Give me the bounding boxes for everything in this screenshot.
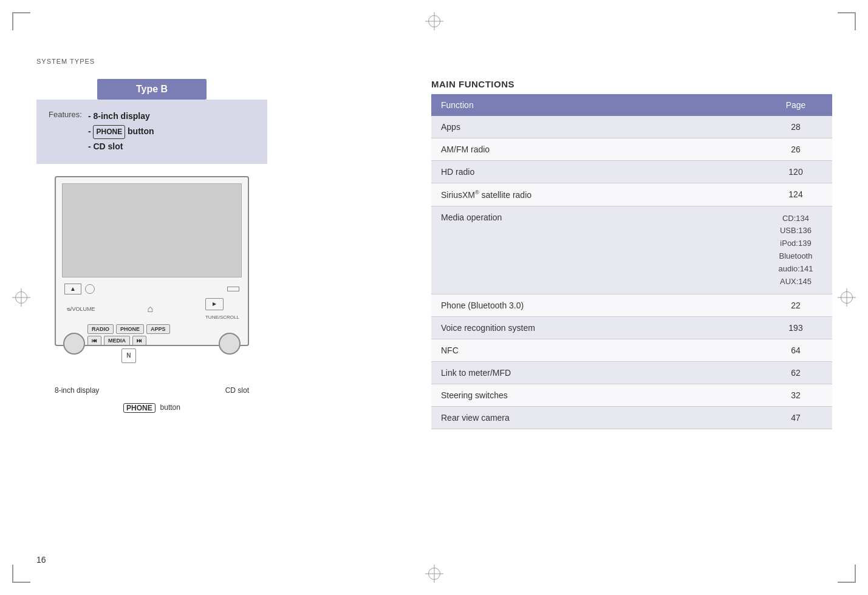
page-header: Page — [759, 94, 832, 116]
table-row: Media operationCD:134 USB:136 iPod:139 B… — [431, 206, 832, 294]
features-row: Features: - 8-inch display - PHONE butto… — [49, 109, 255, 155]
function-cell: Steering switches — [431, 384, 759, 407]
page-cell: CD:134 USB:136 iPod:139 Bluetooth audio:… — [759, 206, 832, 294]
crosshair-left — [12, 288, 30, 307]
function-cell: Phone (Bluetooth 3.0) — [431, 294, 759, 317]
table-header-row: Function Page — [431, 94, 832, 116]
page-cell: 47 — [759, 407, 832, 429]
page-cell: 120 — [759, 161, 832, 183]
eject-button[interactable]: ▲ — [64, 284, 81, 294]
feature-cd: - CD slot — [88, 139, 154, 154]
function-cell: Rear view camera — [431, 407, 759, 429]
volume-knob[interactable] — [63, 333, 85, 355]
phone-badge-diagram: PHONE — [123, 403, 155, 413]
nfc-icon: N — [121, 348, 136, 363]
corner-mark-tr — [838, 12, 856, 30]
label-button: button — [160, 403, 180, 412]
page-cell: 32 — [759, 384, 832, 407]
features-label: Features: — [49, 109, 82, 119]
volume-label: ᴓ/VOLUME — [67, 306, 95, 312]
device-diagram: ▲ ᴓ/VOLUME ⌂ ▶ TUNE/SCROLL — [36, 176, 267, 370]
page-cell: 193 — [759, 317, 832, 339]
tune-knob[interactable] — [219, 333, 241, 355]
media-button[interactable]: MEDIA — [104, 336, 130, 345]
features-list: - 8-inch display - PHONE button - CD slo… — [88, 109, 154, 155]
left-panel: Type B Features: - 8-inch display - PHON… — [36, 79, 267, 370]
table-row: SiriusXM® satellite radio124 — [431, 183, 832, 206]
corner-mark-bl — [12, 565, 30, 583]
page-cell: 26 — [759, 138, 832, 161]
page-cell: 124 — [759, 183, 832, 206]
function-cell: Voice recognition system — [431, 317, 759, 339]
right-panel: MAIN FUNCTIONS Function Page Apps28AM/FM… — [431, 79, 832, 429]
phone-button[interactable]: PHONE — [116, 324, 144, 334]
main-functions-title: MAIN FUNCTIONS — [431, 79, 832, 89]
device-outer: ▲ ᴓ/VOLUME ⌂ ▶ TUNE/SCROLL — [55, 176, 249, 346]
cd-slot-indicator — [227, 287, 239, 291]
function-cell: SiriusXM® satellite radio — [431, 183, 759, 206]
crosshair-bottom — [425, 565, 443, 583]
table-row: Steering switches32 — [431, 384, 832, 407]
label-8inch: 8-inch display — [55, 386, 99, 395]
function-cell: NFC — [431, 339, 759, 362]
table-row: Apps28 — [431, 116, 832, 138]
radio-button[interactable]: RADIO — [87, 324, 114, 334]
corner-mark-br — [838, 565, 856, 583]
page-cell: 62 — [759, 362, 832, 384]
corner-mark-tl — [12, 12, 30, 30]
button-row-top: RADIO PHONE APPS — [87, 324, 170, 334]
table-row: Voice recognition system193 — [431, 317, 832, 339]
function-cell: Link to meter/MFD — [431, 362, 759, 384]
apps-button[interactable]: APPS — [146, 324, 170, 334]
tune-scroll-label: TUNE/SCROLL — [205, 314, 239, 320]
table-row: HD radio120 — [431, 161, 832, 183]
button-group: RADIO PHONE APPS ⏮ MEDIA ⏭ N — [87, 324, 170, 363]
crosshair-top — [425, 12, 443, 30]
home-button[interactable]: ⌂ — [147, 304, 153, 314]
crosshair-right — [838, 288, 856, 307]
device-controls: ▲ ᴓ/VOLUME ⌂ ▶ TUNE/SCROLL — [62, 284, 242, 363]
system-types-label: SYSTEM TYPES — [36, 58, 95, 65]
page-number: 16 — [36, 555, 46, 565]
page-cell: 22 — [759, 294, 832, 317]
functions-table: Function Page Apps28AM/FM radio26HD radi… — [431, 94, 832, 429]
table-row: NFC64 — [431, 339, 832, 362]
features-box: Features: - 8-inch display - PHONE butto… — [36, 100, 267, 164]
type-b-header: Type B — [97, 79, 207, 100]
table-row: Link to meter/MFD62 — [431, 362, 832, 384]
page-cell: 64 — [759, 339, 832, 362]
feature-phone: - PHONE button — [88, 124, 154, 139]
device-screen — [62, 183, 242, 277]
function-cell: HD radio — [431, 161, 759, 183]
circle-button-small[interactable] — [85, 284, 95, 294]
radio-indicator: ▶ — [205, 298, 224, 310]
function-cell: Apps — [431, 116, 759, 138]
phone-badge-features: PHONE — [93, 125, 125, 140]
prev-button[interactable]: ⏮ — [87, 336, 101, 345]
table-row: AM/FM radio26 — [431, 138, 832, 161]
table-row: Rear view camera47 — [431, 407, 832, 429]
table-row: Phone (Bluetooth 3.0)22 — [431, 294, 832, 317]
feature-display: - 8-inch display — [88, 109, 154, 124]
label-cd-slot: CD slot — [225, 386, 249, 395]
button-row-bottom: ⏮ MEDIA ⏭ — [87, 336, 170, 345]
next-button[interactable]: ⏭ — [132, 336, 146, 345]
function-header: Function — [431, 94, 759, 116]
function-cell: Media operation — [431, 206, 759, 294]
page-cell: 28 — [759, 116, 832, 138]
function-cell: AM/FM radio — [431, 138, 759, 161]
